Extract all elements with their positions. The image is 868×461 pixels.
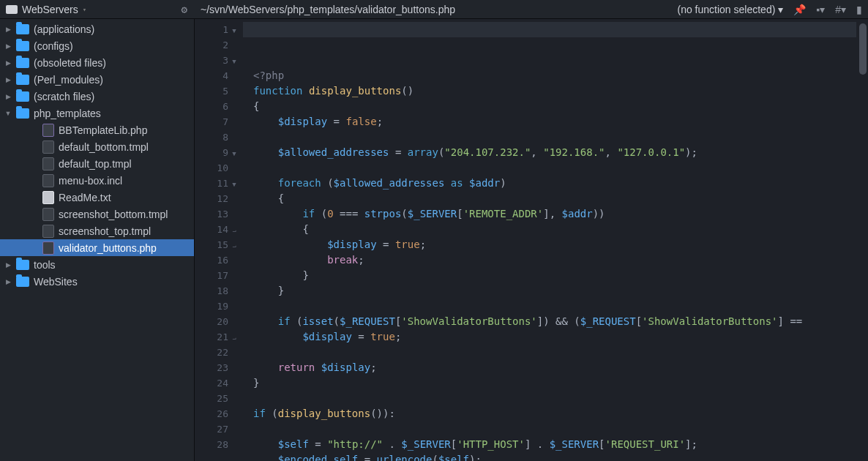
disclosure-triangle[interactable]: ▶ xyxy=(4,261,12,269)
tree-file[interactable]: BBTemplateLib.php xyxy=(0,121,194,138)
gutter-line: 25 xyxy=(195,391,240,406)
file-icon xyxy=(42,225,54,238)
code-line[interactable] xyxy=(253,421,868,437)
code-line[interactable] xyxy=(253,345,868,360)
tree-folder[interactable]: ▶WebSites xyxy=(0,273,194,290)
tree-item-label: menu-box.incl xyxy=(59,175,122,187)
tree-item-label: php_templates xyxy=(34,108,101,119)
code-line[interactable]: if (isset($_REQUEST['ShowValidatorButton… xyxy=(253,314,868,329)
code-line[interactable]: $display = true; xyxy=(253,237,868,252)
tree-item-label: (configs) xyxy=(34,40,73,52)
editor-toolbar: (no function selected) ▾ 📌 ▪▾ #▾ ▮ xyxy=(677,4,862,15)
tree-file[interactable]: validator_buttons.php xyxy=(0,239,194,256)
tree-file[interactable]: default_bottom.tmpl xyxy=(0,138,194,155)
code-line[interactable]: { xyxy=(253,191,868,206)
fold-marker[interactable]: ▼ xyxy=(228,146,240,162)
code-line[interactable]: $display = false; xyxy=(253,114,868,130)
code-line[interactable]: foreach ($allowed_addresses as $addr) xyxy=(253,176,868,191)
code-line[interactable]: $allowed_addresses = array("204.107.232.… xyxy=(253,145,868,160)
file-icon xyxy=(42,174,54,187)
fold-marker[interactable]: ▼ xyxy=(228,177,240,192)
code-line[interactable]: if (0 === strpos($_SERVER['REMOTE_ADDR']… xyxy=(253,206,868,222)
disclosure-triangle[interactable]: ▶ xyxy=(4,26,12,33)
fold-marker[interactable]: ⌐ xyxy=(228,223,240,239)
tree-file[interactable]: screenshot_bottom.tmpl xyxy=(0,206,194,222)
tree-folder[interactable]: ▶(scratch files) xyxy=(0,88,194,105)
code-line[interactable] xyxy=(253,299,868,314)
disclosure-triangle[interactable]: ▶ xyxy=(4,59,12,67)
disclosure-triangle[interactable]: ▶ xyxy=(4,42,12,50)
code-line[interactable]: <?php xyxy=(253,68,868,83)
gutter-line: 11▼ xyxy=(195,176,240,191)
gutter-line: 2 xyxy=(195,37,240,53)
stack-icon[interactable]: ▪▾ xyxy=(816,4,825,15)
tree-file[interactable]: screenshot_top.tmpl xyxy=(0,222,194,239)
file-tree[interactable]: ▶(applications)▶(configs)▶(obsoleted fil… xyxy=(0,19,195,461)
project-name[interactable]: WebServers xyxy=(22,4,78,15)
gutter-line: 4 xyxy=(195,68,240,83)
fold-marker[interactable]: ▼ xyxy=(228,54,240,70)
tree-folder[interactable]: ▼php_templates xyxy=(0,105,194,121)
gutter-line: 1▼ xyxy=(195,22,240,37)
fold-marker[interactable]: ⌐ xyxy=(228,239,240,254)
tree-item-label: BBTemplateLib.php xyxy=(59,124,147,136)
code-line[interactable]: $display = true; xyxy=(253,329,868,345)
gutter-line: 15⌐ xyxy=(195,237,240,252)
gutter-line: 19 xyxy=(195,299,240,314)
gear-icon[interactable]: ⚙ xyxy=(182,4,187,15)
tree-folder[interactable]: ▶(Perl_modules) xyxy=(0,71,194,88)
gutter-line: 22 xyxy=(195,345,240,360)
tree-item-label: ReadMe.txt xyxy=(59,192,111,203)
disclosure-triangle[interactable]: ▼ xyxy=(4,110,12,117)
hash-icon[interactable]: #▾ xyxy=(835,4,846,15)
code-line[interactable]: $self = "http://" . $_SERVER['HTTP_HOST'… xyxy=(253,437,868,452)
tree-folder[interactable]: ▶(applications) xyxy=(0,20,194,37)
folder-icon xyxy=(16,91,29,102)
tree-folder[interactable]: ▶(configs) xyxy=(0,37,194,54)
code-line[interactable]: function display_buttons() xyxy=(253,83,868,99)
tree-folder[interactable]: ▶tools xyxy=(0,256,194,273)
gutter-line: 26 xyxy=(195,406,240,421)
tree-item-label: WebSites xyxy=(34,276,78,288)
code-area[interactable]: <?phpfunction display_buttons(){ $displa… xyxy=(243,19,868,461)
tree-file[interactable]: default_top.tmpl xyxy=(0,155,194,172)
chevron-down-icon[interactable]: ▾ xyxy=(83,6,86,13)
tree-folder[interactable]: ▶(obsoleted files) xyxy=(0,54,194,71)
tree-file[interactable]: menu-box.incl xyxy=(0,172,194,189)
scrollbar-thumb[interactable] xyxy=(859,23,867,75)
tree-item-label: (scratch files) xyxy=(34,91,94,102)
file-path[interactable]: ~/svn/WebServers/php_templates/validator… xyxy=(201,4,455,15)
code-line[interactable]: { xyxy=(253,222,868,237)
folder-icon xyxy=(16,108,29,119)
code-line[interactable] xyxy=(253,160,868,176)
code-line[interactable]: return $display; xyxy=(253,360,868,375)
code-line[interactable]: } xyxy=(253,268,868,283)
code-line[interactable] xyxy=(253,391,868,406)
document-icon[interactable]: ▮ xyxy=(856,4,862,15)
tree-file[interactable]: ReadMe.txt xyxy=(0,189,194,206)
folder-icon xyxy=(16,58,29,68)
code-line[interactable]: if (display_buttons()): xyxy=(253,406,868,421)
folder-icon xyxy=(16,24,29,34)
pin-icon[interactable]: 📌 xyxy=(793,4,806,15)
code-line[interactable] xyxy=(253,130,868,145)
fold-marker[interactable]: ▼ xyxy=(228,23,240,39)
project-folder-icon xyxy=(6,5,18,14)
file-icon xyxy=(42,208,54,221)
file-icon xyxy=(42,191,54,204)
function-selector[interactable]: (no function selected) ▾ xyxy=(677,4,783,15)
fold-marker[interactable]: ⌐ xyxy=(228,331,240,346)
code-line[interactable]: } xyxy=(253,375,868,391)
gutter-line: 17 xyxy=(195,268,240,283)
disclosure-triangle[interactable]: ▶ xyxy=(4,76,12,83)
tree-item-label: default_bottom.tmpl xyxy=(59,141,149,153)
code-line[interactable]: break; xyxy=(253,252,868,268)
code-line[interactable]: $encoded_self = urlencode($self); xyxy=(253,452,868,461)
disclosure-triangle[interactable]: ▶ xyxy=(4,93,12,100)
code-editor[interactable]: 1▼23▼456789▼1011▼121314⌐15⌐161718192021⌐… xyxy=(195,19,868,461)
code-line[interactable]: } xyxy=(253,283,868,299)
tree-item-label: (Perl_modules) xyxy=(34,74,103,86)
gutter-line: 20 xyxy=(195,314,240,329)
disclosure-triangle[interactable]: ▶ xyxy=(4,278,12,285)
code-line[interactable]: { xyxy=(253,99,868,114)
